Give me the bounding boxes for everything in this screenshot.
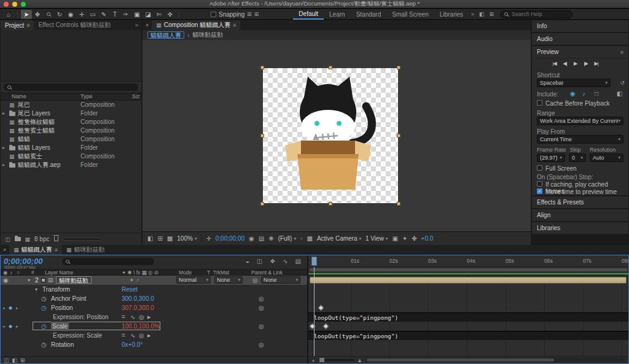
- fast-previews-icon[interactable]: ✦: [402, 235, 407, 242]
- toggle-transparency-icon[interactable]: ▩: [307, 235, 312, 242]
- frame-rate-dropdown[interactable]: (29.97) ▾: [537, 153, 565, 162]
- layer-trkmat-dropdown[interactable]: None ▾: [214, 276, 243, 284]
- next-frame-button[interactable]: |▶: [580, 60, 591, 68]
- rotation-stopwatch-icon[interactable]: ◷: [41, 340, 47, 349]
- snap-guides-icon[interactable]: ⊞: [254, 11, 259, 17]
- zoom-out-mountain-icon[interactable]: ▲: [311, 358, 315, 362]
- tab-timeline-active[interactable]: ▦ 貓貓鐵人賽 ≡: [9, 245, 62, 255]
- selection-handle[interactable]: [260, 66, 264, 69]
- more-workspaces-icon[interactable]: »: [469, 11, 477, 17]
- project-row[interactable]: ▦ 貓貓 Composition: [1, 135, 141, 144]
- layer-expand-chevron-icon[interactable]: ▾: [28, 276, 30, 285]
- expression-graph-icon[interactable]: ∿: [130, 312, 135, 322]
- graph-editor-icon[interactable]: ∿: [283, 258, 287, 265]
- play-button[interactable]: ▶: [570, 60, 580, 68]
- expand-layer-switches-icon[interactable]: ◫: [4, 357, 9, 363]
- transparency-grid-icon[interactable]: ▩: [167, 235, 173, 242]
- timeline-track-area[interactable]: 01s 02s 03s 04s 05s 06s 07s 08s: [308, 255, 628, 363]
- project-search-input[interactable]: [14, 83, 135, 91]
- layout-grid-icon[interactable]: ⊞: [487, 11, 497, 17]
- scrollbar-thumb[interactable]: [367, 358, 554, 362]
- layer-color-swatch[interactable]: [41, 278, 45, 282]
- eraser-tool[interactable]: ◪: [143, 10, 154, 19]
- hide-shy-layers-icon[interactable]: ◒: [246, 258, 249, 265]
- position-expression-field[interactable]: loopOut(type="pingpong"): [308, 312, 628, 322]
- text-tool[interactable]: T: [109, 10, 120, 19]
- position-value[interactable]: 307.0,300.0: [122, 303, 154, 312]
- expression-graph-icon[interactable]: ∿: [130, 331, 135, 340]
- transform-reset-link[interactable]: Reset: [122, 285, 138, 294]
- keyframe-diamond-icon[interactable]: ◆: [9, 322, 12, 331]
- rotation-row[interactable]: ◷ Rotation 0x+0.0° ◎: [1, 340, 307, 349]
- current-time-indicator-line[interactable]: [314, 267, 314, 356]
- next-keyframe-icon[interactable]: ▸: [16, 322, 18, 331]
- prev-keyframe-icon[interactable]: ◂: [2, 322, 5, 331]
- property-pickwhip-icon[interactable]: ◎: [259, 322, 264, 331]
- close-window-button[interactable]: [4, 2, 9, 7]
- position-track-row[interactable]: [308, 303, 628, 312]
- move-time-checkbox[interactable]: ✓: [537, 188, 542, 194]
- choose-grid-icon[interactable]: ⊞: [157, 235, 162, 242]
- scale-stopwatch-icon[interactable]: ◷: [41, 322, 47, 331]
- scale-expression-track[interactable]: loopOut(type="pingpong"): [308, 331, 628, 340]
- position-keyframe[interactable]: [318, 305, 324, 311]
- camera-dropdown[interactable]: Active Camera ▾: [317, 235, 361, 242]
- panel-resize-groove[interactable]: [63, 238, 102, 241]
- expression-language-icon[interactable]: ▶: [147, 331, 150, 340]
- snapping-checkbox[interactable]: [211, 12, 216, 17]
- project-search-box[interactable]: [4, 83, 138, 91]
- work-area-strip[interactable]: [308, 267, 628, 276]
- snap-grid-icon[interactable]: ⊞: [247, 11, 252, 17]
- layer-visibility-eye-icon[interactable]: ◉: [3, 276, 9, 285]
- pixel-aspect-icon[interactable]: ▣: [392, 235, 397, 242]
- more-tabs-icon[interactable]: »: [132, 22, 141, 28]
- roto-brush-tool[interactable]: ✄: [154, 10, 165, 19]
- search-help-box[interactable]: [500, 10, 572, 18]
- snapshot-icon[interactable]: ◉: [249, 235, 254, 242]
- full-screen-checkbox[interactable]: [537, 165, 542, 171]
- new-composition-icon[interactable]: ▦: [25, 236, 31, 242]
- include-video-eye-icon[interactable]: ◉: [570, 89, 576, 98]
- include-audio-icon[interactable]: ♪: [582, 89, 585, 98]
- current-time-indicator-head[interactable]: [311, 257, 317, 266]
- zoom-window-button[interactable]: [21, 2, 26, 7]
- if-caching-checkbox[interactable]: [537, 181, 542, 187]
- expression-enable-icon[interactable]: =: [122, 331, 125, 340]
- position-expression-track[interactable]: loopOut(type="pingpong"): [308, 312, 628, 322]
- column-name[interactable]: Name: [12, 93, 26, 99]
- project-row[interactable]: ▦ 整隻條紋貓貓 Composition: [1, 118, 141, 126]
- panel-menu-icon[interactable]: ≡: [26, 22, 29, 28]
- expression-pickwhip-icon[interactable]: ◎: [139, 312, 144, 322]
- work-area-bar[interactable]: [310, 268, 627, 271]
- expand-in-out-icon[interactable]: ⊞: [20, 357, 25, 363]
- property-pickwhip-icon[interactable]: ◎: [259, 294, 264, 303]
- rotation-tool[interactable]: ↻: [54, 10, 65, 19]
- project-row[interactable]: ▦ 尾巴 Composition: [1, 101, 141, 109]
- selection-tool[interactable]: ➤: [21, 10, 32, 19]
- search-help-input[interactable]: [510, 10, 568, 18]
- minimize-window-button[interactable]: [12, 2, 17, 7]
- region-of-interest-icon[interactable]: ▫: [300, 235, 303, 242]
- property-pickwhip-icon[interactable]: ◎: [259, 303, 264, 312]
- timeline-zoom-slider[interactable]: [318, 359, 354, 361]
- shortcut-dropdown[interactable]: Spacebar ▾: [537, 79, 611, 87]
- transform-expand-chevron-icon[interactable]: ▾: [35, 285, 37, 294]
- home-tool[interactable]: ⌂: [3, 10, 14, 19]
- zoom-slider-thumb[interactable]: [319, 358, 324, 362]
- expand-chevron-icon[interactable]: ▸: [2, 161, 5, 169]
- scale-value[interactable]: 100.0,100.0%: [122, 322, 160, 331]
- camera-tool[interactable]: ◉: [65, 10, 76, 19]
- layer-mode-dropdown[interactable]: Normal ▾: [176, 276, 211, 284]
- clone-stamp-tool[interactable]: ▣: [131, 10, 143, 19]
- mini-flowchart-icon[interactable]: ✤: [412, 235, 416, 242]
- delete-item-icon[interactable]: [54, 236, 58, 242]
- always-preview-icon[interactable]: ◧: [147, 235, 153, 242]
- last-frame-button[interactable]: ▶|: [591, 60, 601, 68]
- workspace-learn[interactable]: Learn: [324, 11, 351, 18]
- prev-keyframe-icon[interactable]: ◂: [2, 303, 5, 312]
- breadcrumb-layer[interactable]: 貓咪動茲動: [192, 31, 223, 39]
- layer-parent-dropdown[interactable]: None ▾: [261, 276, 300, 284]
- workspace-small-screen[interactable]: Small Screen: [386, 11, 434, 18]
- layer-row[interactable]: ◉ ▾ 2 ▤ 貓咪動茲動 ✦ / Normal ▾ None: [1, 276, 307, 285]
- workspace-libraries[interactable]: Libraries: [434, 11, 469, 18]
